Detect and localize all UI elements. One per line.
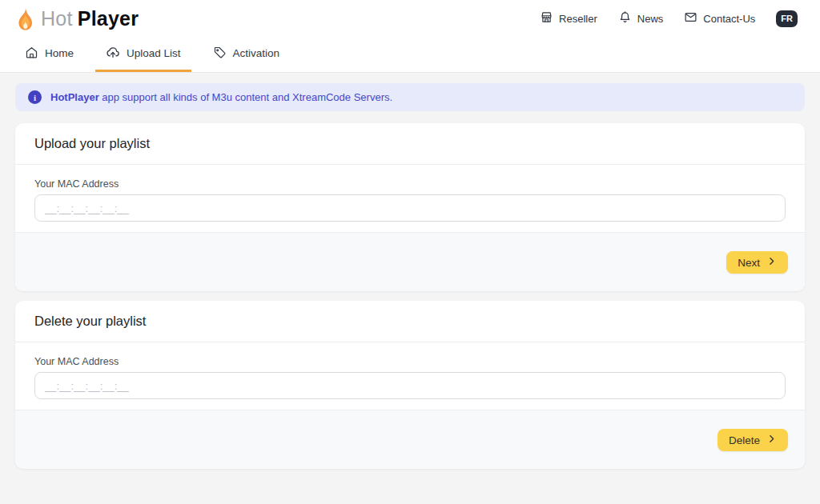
delete-card-body: Your MAC Address xyxy=(15,342,805,410)
next-button[interactable]: Next xyxy=(726,251,788,274)
news-link[interactable]: News xyxy=(618,10,664,26)
delete-button-label: Delete xyxy=(729,434,760,446)
news-label: News xyxy=(637,13,664,25)
upload-mac-label: Your MAC Address xyxy=(34,178,786,190)
info-icon: i xyxy=(28,90,42,104)
upload-playlist-card: Upload your playlist Your MAC Address Ne… xyxy=(15,123,805,291)
info-alert: i HotPlayer app support all kinds of M3u… xyxy=(15,83,805,111)
info-alert-bold: HotPlayer xyxy=(50,91,99,103)
contact-us-label: Contact-Us xyxy=(703,13,755,25)
header: Hot Player Reseller Ne xyxy=(0,0,820,37)
cloud-upload-icon xyxy=(106,45,120,62)
main-content: i HotPlayer app support all kinds of M3u… xyxy=(0,73,820,469)
tab-upload-list[interactable]: Upload List xyxy=(95,37,191,72)
language-badge[interactable]: FR xyxy=(776,10,798,27)
delete-card-title: Delete your playlist xyxy=(15,301,805,342)
brand-name-bold: Player xyxy=(78,7,139,30)
chevron-right-icon xyxy=(766,256,777,269)
upload-card-footer: Next xyxy=(15,232,805,291)
tab-activation-label: Activation xyxy=(233,47,280,59)
delete-card-footer: Delete xyxy=(15,410,805,469)
flame-logo-icon xyxy=(14,6,36,31)
chevron-right-icon xyxy=(766,434,777,446)
delete-playlist-card: Delete your playlist Your MAC Address De… xyxy=(15,301,805,469)
delete-button[interactable]: Delete xyxy=(718,429,788,451)
tab-upload-list-label: Upload List xyxy=(127,47,181,59)
next-button-label: Next xyxy=(738,257,760,269)
store-icon xyxy=(540,10,553,26)
reseller-link[interactable]: Reseller xyxy=(540,10,597,26)
tab-activation[interactable]: Activation xyxy=(203,37,291,72)
tab-home[interactable]: Home xyxy=(14,37,84,72)
delete-mac-input[interactable] xyxy=(34,372,786,399)
info-alert-text: HotPlayer app support all kinds of M3u c… xyxy=(50,91,392,103)
header-links: Reseller News Contact-Us FR xyxy=(540,10,798,27)
envelope-icon xyxy=(684,10,697,26)
reseller-label: Reseller xyxy=(559,13,597,25)
upload-mac-input[interactable] xyxy=(34,194,786,222)
tab-home-label: Home xyxy=(45,47,74,59)
brand-name-light: Hot xyxy=(41,7,73,30)
upload-card-body: Your MAC Address xyxy=(15,165,805,232)
tag-icon xyxy=(213,46,227,62)
contact-us-link[interactable]: Contact-Us xyxy=(684,10,755,26)
bell-icon xyxy=(618,10,632,26)
home-icon xyxy=(25,46,38,62)
upload-card-title: Upload your playlist xyxy=(15,123,805,165)
brand-logo[interactable]: Hot Player xyxy=(14,6,139,31)
main-nav: Home Upload List Activation xyxy=(0,37,820,73)
delete-mac-label: Your MAC Address xyxy=(34,356,786,367)
